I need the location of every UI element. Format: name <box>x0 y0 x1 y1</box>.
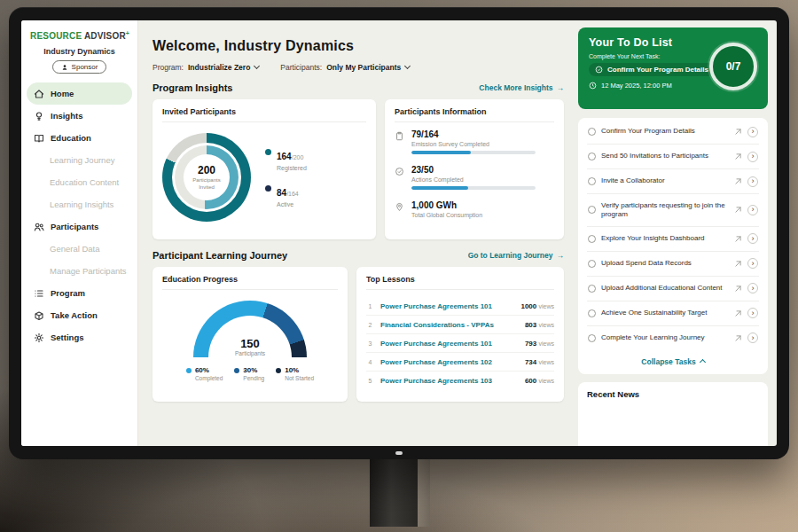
donut-center-label: Participants Invited <box>186 177 227 191</box>
chevron-right-icon[interactable]: › <box>747 283 758 293</box>
legend-value: 164 <box>277 152 292 161</box>
external-link-icon[interactable] <box>734 309 742 317</box>
sidebar-item-label: Learning Journey <box>50 155 114 165</box>
check-circle-icon <box>395 167 404 176</box>
external-link-icon[interactable] <box>734 206 742 214</box>
task-row[interactable]: Send 50 Invitations to Participants › <box>587 145 759 169</box>
task-row[interactable]: Explore Your Insights Dashboard › <box>587 227 759 252</box>
lesson-link[interactable]: Power Purchase Agreements 101 <box>380 302 514 310</box>
sidebar-item-learning-journey[interactable]: Learning Journey <box>21 149 137 171</box>
lesson-views-label: views <box>538 378 554 384</box>
lesson-views: 803 views <box>525 321 554 329</box>
sidebar-item-home[interactable]: Home <box>27 82 132 105</box>
legend-completed: 60% Completed <box>186 366 223 381</box>
external-link-icon[interactable] <box>734 128 742 136</box>
checkbox-icon[interactable] <box>588 260 596 268</box>
external-link-icon[interactable] <box>734 153 742 160</box>
education-gauge-chart: 150 Participants <box>193 301 307 357</box>
external-link-icon[interactable] <box>734 235 742 243</box>
lesson-link[interactable]: Power Purchase Agreements 102 <box>380 358 519 366</box>
lesson-row: 4 Power Purchase Agreements 102 734 view… <box>366 353 554 372</box>
task-row[interactable]: Verify participants requesting to join t… <box>587 194 759 227</box>
checkbox-icon[interactable] <box>588 206 596 214</box>
sidebar-item-manage-participants[interactable]: Manage Participants <box>21 260 137 282</box>
lesson-link[interactable]: Financial Considerations - VPPAs <box>380 321 519 329</box>
participants-filter[interactable]: Participants: Only My Participants <box>280 63 410 72</box>
external-link-icon[interactable] <box>734 285 742 293</box>
legend-value: 84 <box>277 188 286 198</box>
chevron-right-icon[interactable]: › <box>747 332 758 343</box>
task-row[interactable]: Complete Your Learning Journey › <box>587 326 759 350</box>
checkbox-icon[interactable] <box>588 128 596 136</box>
external-link-icon[interactable] <box>734 260 742 268</box>
chevron-right-icon[interactable]: › <box>747 308 758 318</box>
card-title: Participants Information <box>395 107 554 122</box>
legend-label: Completed <box>195 375 223 381</box>
chevron-right-icon[interactable]: › <box>747 152 758 162</box>
sidebar-item-label: Education <box>51 133 91 143</box>
clock-icon <box>589 82 597 90</box>
go-to-learning-journey-link[interactable]: Go to Learning Journey → <box>468 251 564 260</box>
collapse-tasks-button[interactable]: Collapse Tasks <box>587 350 759 372</box>
todo-panel: Your To Do List Complete Your Next Task:… <box>576 20 777 446</box>
stat-value: 1,000 GWh <box>411 200 482 210</box>
sidebar-item-program[interactable]: Program <box>21 282 137 304</box>
sponsor-badge[interactable]: Sponsor <box>52 60 107 74</box>
sidebar-item-learning-insights[interactable]: Learning Insights <box>21 193 137 215</box>
task-list: Confirm Your Program Details › Send 50 I… <box>578 118 768 374</box>
lesson-link[interactable]: Power Purchase Agreements 101 <box>380 340 519 348</box>
task-row[interactable]: Achieve One Sustainability Target › <box>587 301 759 326</box>
invited-participants-card: Invited Participants 200 Participants In… <box>153 99 376 239</box>
sidebar-item-general-data[interactable]: General Data <box>21 238 137 260</box>
sidebar-item-insights[interactable]: Insights <box>21 105 137 127</box>
task-label: Verify participants requesting to join t… <box>601 201 729 220</box>
checkbox-icon[interactable] <box>588 334 596 342</box>
task-row[interactable]: Confirm Your Program Details › <box>587 120 759 145</box>
due-date-text: 12 May 2025, 12:00 PM <box>601 82 672 90</box>
checkbox-icon[interactable] <box>588 285 596 293</box>
external-link-icon[interactable] <box>734 177 742 185</box>
task-row[interactable]: Invite a Collaborator › <box>587 169 759 194</box>
next-task-chip[interactable]: Confirm Your Program Details <box>589 63 715 76</box>
sidebar-item-education-content[interactable]: Education Content <box>21 171 137 193</box>
task-row[interactable]: Upload Spend Data Records › <box>587 252 759 277</box>
filter-bar: Program: Industrialize Zero Participants… <box>153 63 564 72</box>
logo-advisor: ADVISOR <box>84 31 126 41</box>
card-title: Education Progress <box>162 275 338 290</box>
sidebar-item-settings[interactable]: Settings <box>21 326 137 348</box>
participants-filter-value: Only My Participants <box>326 63 401 72</box>
progress-bar <box>411 186 536 190</box>
todo-progress-value: 0/7 <box>726 60 741 73</box>
chevron-right-icon[interactable]: › <box>747 233 758 244</box>
lesson-rank: 3 <box>366 340 374 347</box>
external-link-icon[interactable] <box>734 334 742 342</box>
chevron-right-icon[interactable]: › <box>747 127 758 137</box>
task-row[interactable]: Upload Additional Educational Content › <box>587 277 759 301</box>
lesson-link[interactable]: Power Purchase Agreements 103 <box>380 377 519 385</box>
todo-summary-card: Your To Do List Complete Your Next Task:… <box>578 27 768 109</box>
checkbox-icon[interactable] <box>588 177 596 185</box>
participants-information-card: Participants Information 79/164 Emission… <box>385 99 564 239</box>
checkbox-icon[interactable] <box>588 153 596 160</box>
chevron-right-icon[interactable]: › <box>747 176 758 187</box>
legend-pct: 60% <box>195 366 223 374</box>
legend-pct: 10% <box>285 366 314 374</box>
chevron-right-icon[interactable]: › <box>747 258 758 269</box>
sidebar-item-education[interactable]: Education <box>21 127 137 149</box>
sidebar-item-take-action[interactable]: Take Action <box>21 304 137 326</box>
checkbox-icon[interactable] <box>588 309 596 317</box>
lesson-views: 600 views <box>525 377 554 385</box>
box-icon <box>34 310 44 321</box>
sidebar-item-participants[interactable]: Participants <box>21 215 137 238</box>
program-filter[interactable]: Program: Industrialize Zero <box>153 63 259 72</box>
sidebar-item-label: Education Content <box>50 177 119 187</box>
check-more-insights-link[interactable]: Check More Insights → <box>479 83 564 92</box>
lesson-rank: 2 <box>366 322 374 328</box>
chevron-down-icon <box>404 63 411 69</box>
chevron-right-icon[interactable]: › <box>747 205 758 215</box>
sidebar-item-label: Program <box>51 288 85 298</box>
checkbox-icon[interactable] <box>588 235 596 243</box>
legend-not-started: 10% Not Started <box>276 366 314 381</box>
logo-resource: RESOURCE <box>30 31 82 41</box>
legend-dot <box>265 185 271 192</box>
